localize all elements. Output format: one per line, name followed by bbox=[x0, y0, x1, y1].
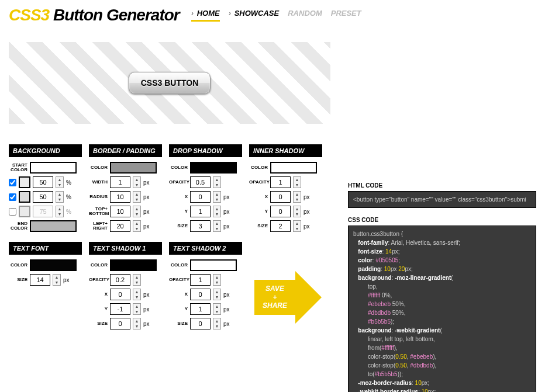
arrow-icon bbox=[295, 271, 322, 324]
panel-title: DROP SHADOW bbox=[169, 144, 242, 157]
nav-showcase[interactable]: › SHOWCASE bbox=[229, 9, 280, 22]
ds-x[interactable] bbox=[190, 191, 211, 203]
stepper[interactable]: ▲▼ bbox=[133, 191, 141, 203]
is-x[interactable] bbox=[270, 191, 291, 203]
stepper[interactable]: ▲▼ bbox=[133, 303, 141, 315]
ts1-x[interactable] bbox=[110, 289, 130, 300]
label: SIZE bbox=[89, 321, 108, 326]
nav-random[interactable]: RANDOM bbox=[288, 9, 322, 22]
label: TOP+BOTTOM bbox=[89, 207, 108, 216]
is-y[interactable] bbox=[270, 206, 291, 217]
panel-title: TEXT FONT bbox=[9, 242, 82, 255]
stepper[interactable]: ▲▼ bbox=[56, 191, 64, 203]
save-share-button[interactable]: SAVE + SHARE bbox=[254, 271, 325, 324]
caret-icon: › bbox=[229, 9, 231, 18]
panel-title: TEXT SHADOW 2 bbox=[169, 242, 242, 255]
stop3-color[interactable] bbox=[19, 206, 30, 217]
stop3-checkbox[interactable] bbox=[9, 208, 16, 216]
tf-color[interactable] bbox=[30, 259, 77, 271]
stepper[interactable]: ▲▼ bbox=[53, 274, 61, 286]
tf-size[interactable] bbox=[30, 274, 50, 286]
label: SIZE bbox=[169, 224, 188, 228]
border-radius[interactable] bbox=[110, 191, 130, 203]
end-color-swatch[interactable] bbox=[30, 220, 77, 232]
html-code-box[interactable]: <button type="button" name="" value="" c… bbox=[348, 191, 536, 208]
stop1-color[interactable] bbox=[19, 176, 30, 188]
ts2-opacity[interactable] bbox=[190, 274, 211, 286]
stepper[interactable]: ▲▼ bbox=[213, 191, 221, 203]
panel-title: INNER SHADOW bbox=[249, 144, 322, 157]
ts1-y[interactable] bbox=[110, 303, 130, 315]
stepper[interactable]: ▲▼ bbox=[293, 220, 301, 232]
stepper[interactable]: ▲▼ bbox=[213, 206, 221, 217]
ds-color[interactable] bbox=[190, 162, 237, 174]
stepper[interactable]: ▲▼ bbox=[213, 289, 221, 300]
stepper[interactable]: ▲▼ bbox=[133, 176, 141, 188]
stepper[interactable]: ▲▼ bbox=[56, 206, 64, 217]
ts2-x[interactable] bbox=[190, 289, 211, 300]
stepper[interactable]: ▲▼ bbox=[213, 318, 221, 329]
label: ENDCOLOR bbox=[9, 221, 27, 231]
panel-border: BORDER / PADDING COLOR WIDTH▲▼px RADIUS▲… bbox=[89, 144, 162, 235]
start-color-swatch[interactable] bbox=[30, 162, 77, 174]
panel-textfont: TEXT FONT COLOR SIZE▲▼px bbox=[9, 242, 82, 332]
label: COLOR bbox=[89, 165, 108, 170]
unit: % bbox=[66, 209, 71, 215]
html-code-label: HTML CODE bbox=[348, 182, 536, 189]
stepper[interactable]: ▲▼ bbox=[56, 176, 64, 188]
is-color[interactable] bbox=[270, 162, 317, 174]
panel-dropshadow: DROP SHADOW COLOR OPACITY▲▼ X▲▼px Y▲▼px … bbox=[169, 144, 242, 235]
padding-tb[interactable] bbox=[110, 206, 130, 217]
stepper[interactable]: ▲▼ bbox=[133, 289, 141, 300]
ds-opacity[interactable] bbox=[190, 176, 211, 188]
stepper[interactable]: ▲▼ bbox=[293, 176, 301, 188]
label: SIZE bbox=[169, 321, 188, 326]
stop2-value[interactable] bbox=[33, 191, 53, 203]
stop2-checkbox[interactable] bbox=[9, 193, 16, 201]
css-code-label: CSS CODE bbox=[348, 217, 536, 223]
stop2-color[interactable] bbox=[19, 191, 30, 203]
nav-home[interactable]: › HOME bbox=[191, 9, 220, 22]
is-opacity[interactable] bbox=[270, 176, 291, 188]
ts1-size[interactable] bbox=[110, 318, 130, 329]
label: COLOR bbox=[9, 263, 27, 268]
stop3-value[interactable] bbox=[33, 206, 53, 217]
preview-button[interactable]: CSS3 BUTTON bbox=[129, 72, 211, 94]
ts1-opacity[interactable] bbox=[110, 274, 130, 286]
panel-title: BORDER / PADDING bbox=[89, 144, 162, 157]
stepper[interactable]: ▲▼ bbox=[133, 206, 141, 217]
border-width[interactable] bbox=[110, 176, 130, 188]
ds-y[interactable] bbox=[190, 206, 211, 217]
label: OPACITY bbox=[89, 277, 108, 282]
ts1-color[interactable] bbox=[110, 259, 157, 271]
stepper[interactable]: ▲▼ bbox=[213, 176, 221, 188]
label: COLOR bbox=[249, 165, 268, 170]
label: X bbox=[89, 292, 108, 297]
css-code-box[interactable]: button.css3button { font-family: Arial, … bbox=[348, 226, 536, 392]
label: OPACITY bbox=[169, 277, 188, 282]
nav-preset[interactable]: PRESET bbox=[331, 9, 361, 22]
stepper[interactable]: ▲▼ bbox=[133, 318, 141, 329]
ds-size[interactable] bbox=[190, 220, 211, 232]
stepper[interactable]: ▲▼ bbox=[293, 206, 301, 217]
stepper[interactable]: ▲▼ bbox=[133, 220, 141, 232]
padding-lr[interactable] bbox=[110, 220, 130, 232]
label: RADIUS bbox=[89, 195, 108, 199]
stepper[interactable]: ▲▼ bbox=[213, 220, 221, 232]
stepper[interactable]: ▲▼ bbox=[293, 191, 301, 203]
nav: › HOME › SHOWCASE RANDOM PRESET bbox=[191, 9, 361, 22]
stop1-value[interactable] bbox=[33, 176, 53, 188]
ts2-color[interactable] bbox=[190, 259, 237, 271]
label: OPACITY bbox=[249, 180, 268, 185]
label: STARTCOLOR bbox=[9, 163, 27, 172]
label: Y bbox=[169, 209, 188, 214]
border-color[interactable] bbox=[110, 162, 157, 174]
ts2-y[interactable] bbox=[190, 303, 211, 315]
stepper[interactable]: ▲▼ bbox=[133, 274, 141, 286]
stop1-checkbox[interactable] bbox=[9, 179, 16, 186]
panel-textshadow1: TEXT SHADOW 1 COLOR OPACITY▲▼ X▲▼px Y▲▼p… bbox=[89, 242, 162, 332]
stepper[interactable]: ▲▼ bbox=[213, 303, 221, 315]
is-size[interactable] bbox=[270, 220, 291, 232]
ts2-size[interactable] bbox=[190, 318, 211, 329]
stepper[interactable]: ▲▼ bbox=[213, 274, 221, 286]
